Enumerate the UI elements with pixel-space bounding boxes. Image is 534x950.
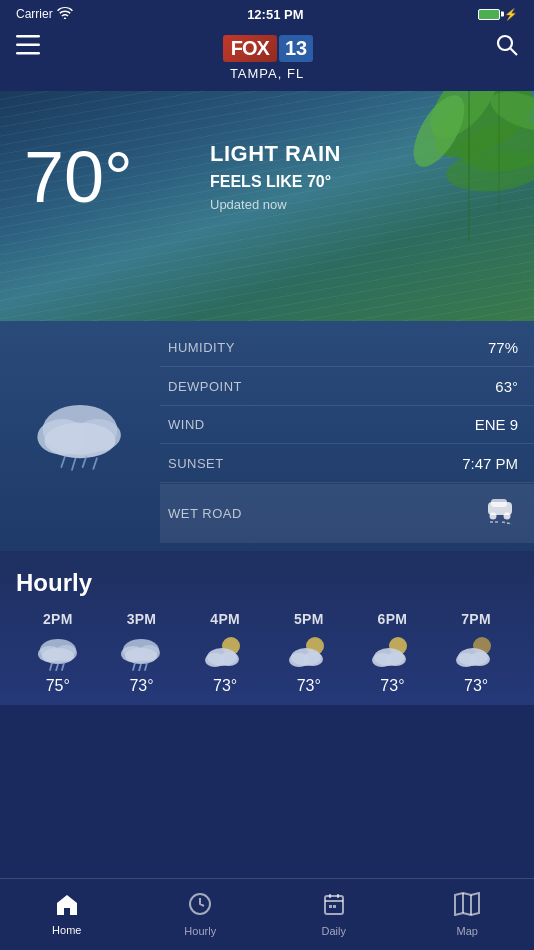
weather-hero: 70° LIGHT RAIN FEELS LIKE 70° Updated no… bbox=[0, 91, 534, 321]
hourly-section: Hourly 2PM 75° 3PM bbox=[0, 551, 534, 705]
hourly-item-6pm: 6PM 73° bbox=[370, 611, 414, 695]
weather-details-section: HUMIDITY 77% DEWPOINT 63° WIND ENE 9 SUN… bbox=[0, 321, 534, 551]
hour-temp-6pm: 73° bbox=[380, 677, 404, 695]
svg-rect-22 bbox=[491, 499, 507, 507]
status-time: 12:51 PM bbox=[247, 7, 303, 22]
hourly-item-4pm: 4PM 73° bbox=[203, 611, 247, 695]
calendar-icon bbox=[322, 892, 346, 922]
bolt-icon: ⚡ bbox=[504, 8, 518, 21]
status-right: ⚡ bbox=[478, 8, 518, 21]
fox-number: 13 bbox=[279, 35, 313, 62]
updated-label: Updated now bbox=[210, 197, 341, 212]
svg-line-39 bbox=[139, 664, 141, 671]
svg-line-31 bbox=[50, 663, 52, 670]
hour-temp-3pm: 73° bbox=[129, 677, 153, 695]
location-label: TAMPA, FL bbox=[230, 66, 304, 81]
sunset-label: SUNSET bbox=[168, 456, 224, 471]
wet-road-label: WET ROAD bbox=[168, 506, 242, 521]
hourly-item-3pm: 3PM 73° bbox=[119, 611, 163, 695]
hourly-grid: 2PM 75° 3PM bbox=[16, 611, 518, 695]
dewpoint-row: DEWPOINT 63° bbox=[160, 368, 534, 406]
svg-point-3 bbox=[498, 36, 512, 50]
carrier-label: Carrier bbox=[16, 7, 53, 21]
svg-marker-64 bbox=[455, 893, 479, 915]
wind-row: WIND ENE 9 bbox=[160, 406, 534, 444]
svg-rect-0 bbox=[16, 35, 40, 38]
cloud-rain-icon bbox=[25, 396, 135, 476]
nav-daily-label: Daily bbox=[322, 925, 346, 937]
battery-icon bbox=[478, 9, 500, 20]
svg-line-20 bbox=[93, 458, 97, 469]
svg-line-32 bbox=[56, 664, 58, 671]
feels-like-label: FEELS LIKE 70° bbox=[210, 173, 341, 191]
sunset-value: 7:47 PM bbox=[462, 455, 518, 472]
hour-temp-4pm: 73° bbox=[213, 677, 237, 695]
search-button[interactable] bbox=[496, 34, 518, 62]
hour-icon-3pm bbox=[119, 633, 163, 671]
temperature-display: 70° bbox=[24, 141, 133, 213]
hour-temp-7pm: 73° bbox=[464, 677, 488, 695]
hour-label-6pm: 6PM bbox=[378, 611, 408, 627]
nav-home[interactable]: Home bbox=[0, 887, 134, 942]
bottom-navigation: Home Hourly Daily bbox=[0, 878, 534, 950]
hour-icon-6pm bbox=[370, 633, 414, 671]
svg-point-37 bbox=[125, 648, 157, 664]
hour-icon-5pm bbox=[287, 633, 331, 671]
svg-point-23 bbox=[490, 512, 497, 519]
wet-road-icon bbox=[482, 494, 518, 533]
humidity-row: HUMIDITY 77% bbox=[160, 329, 534, 367]
svg-line-18 bbox=[72, 458, 76, 470]
svg-rect-1 bbox=[16, 44, 40, 47]
home-icon bbox=[55, 893, 79, 921]
hour-label-4pm: 4PM bbox=[210, 611, 240, 627]
hour-temp-5pm: 73° bbox=[297, 677, 321, 695]
nav-hourly[interactable]: Hourly bbox=[134, 886, 268, 943]
svg-line-33 bbox=[62, 663, 64, 670]
hour-icon-7pm bbox=[454, 633, 498, 671]
nav-map[interactable]: Map bbox=[401, 886, 535, 943]
map-icon bbox=[454, 892, 480, 922]
condition-label: LIGHT RAIN bbox=[210, 141, 341, 167]
dewpoint-label: DEWPOINT bbox=[168, 379, 242, 394]
fox-text: FOX bbox=[223, 35, 277, 62]
svg-point-24 bbox=[504, 512, 511, 519]
menu-button[interactable] bbox=[16, 35, 40, 61]
svg-rect-2 bbox=[16, 52, 40, 55]
sunset-row: SUNSET 7:47 PM bbox=[160, 445, 534, 483]
condition-block: LIGHT RAIN FEELS LIKE 70° Updated now bbox=[210, 141, 341, 212]
hourly-item-7pm: 7PM 73° bbox=[454, 611, 498, 695]
svg-point-44 bbox=[219, 652, 239, 666]
svg-line-40 bbox=[145, 663, 147, 670]
detail-rows: HUMIDITY 77% DEWPOINT 63° WIND ENE 9 SUN… bbox=[160, 321, 534, 551]
svg-line-4 bbox=[511, 49, 518, 56]
fox13-logo: FOX 13 bbox=[223, 35, 313, 62]
hourly-item-5pm: 5PM 73° bbox=[287, 611, 331, 695]
clock-icon bbox=[188, 892, 212, 922]
wet-road-row: WET ROAD bbox=[160, 484, 534, 543]
svg-point-48 bbox=[303, 652, 323, 666]
svg-point-52 bbox=[386, 652, 406, 666]
wifi-icon bbox=[57, 7, 73, 22]
svg-point-30 bbox=[42, 648, 74, 664]
nav-hourly-label: Hourly bbox=[184, 925, 216, 937]
hour-temp-2pm: 75° bbox=[46, 677, 70, 695]
svg-point-56 bbox=[470, 652, 490, 666]
hour-icon-2pm bbox=[36, 633, 80, 671]
nav-daily[interactable]: Daily bbox=[267, 886, 401, 943]
hourly-title: Hourly bbox=[16, 569, 518, 597]
nav-map-label: Map bbox=[457, 925, 478, 937]
humidity-value: 77% bbox=[488, 339, 518, 356]
svg-line-38 bbox=[133, 663, 135, 670]
hour-icon-4pm bbox=[203, 633, 247, 671]
svg-rect-63 bbox=[333, 905, 336, 908]
svg-rect-62 bbox=[329, 905, 332, 908]
hourly-item-2pm: 2PM 75° bbox=[36, 611, 80, 695]
hour-label-7pm: 7PM bbox=[461, 611, 491, 627]
hour-label-3pm: 3PM bbox=[127, 611, 157, 627]
svg-line-26 bbox=[502, 522, 512, 524]
feels-like-temp: 70° bbox=[307, 173, 331, 190]
humidity-label: HUMIDITY bbox=[168, 340, 235, 355]
wind-label: WIND bbox=[168, 417, 205, 432]
hour-label-2pm: 2PM bbox=[43, 611, 73, 627]
svg-point-16 bbox=[44, 423, 115, 459]
